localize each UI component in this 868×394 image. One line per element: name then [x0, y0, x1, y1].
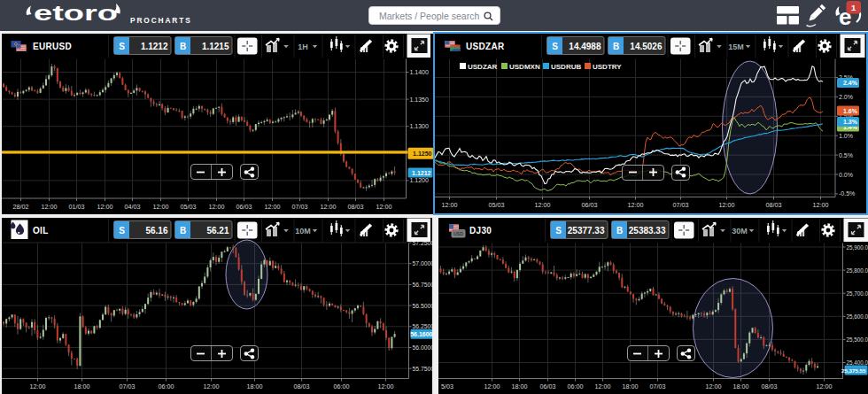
svg-text:12:00: 12:00 — [441, 201, 457, 209]
svg-text:0.5%: 0.5% — [839, 152, 853, 158]
svg-text:56.0000: 56.0000 — [412, 344, 432, 351]
svg-text:OIL: OIL — [33, 226, 49, 236]
svg-text:25,800.0: 25,800.0 — [846, 267, 868, 273]
svg-text:12:00: 12:00 — [705, 382, 721, 390]
svg-text:08/03: 08/03 — [293, 382, 309, 390]
svg-text:0.0%: 0.0% — [839, 172, 853, 178]
svg-text:USDZAR: USDZAR — [466, 42, 505, 51]
svg-text:14.5026: 14.5026 — [630, 42, 663, 51]
svg-text:12:00: 12:00 — [377, 382, 393, 390]
svg-text:14.4988: 14.4988 — [569, 42, 601, 51]
svg-text:57.0000: 57.0000 — [412, 260, 432, 267]
svg-text:12:00: 12:00 — [203, 382, 219, 390]
svg-text:USDZAR: USDZAR — [468, 63, 498, 71]
svg-text:25,375.55: 25,375.55 — [841, 367, 865, 373]
svg-text:18:00: 18:00 — [622, 382, 638, 390]
svg-text:1.1400: 1.1400 — [409, 69, 429, 75]
svg-text:12:00: 12:00 — [97, 202, 112, 210]
svg-text:18:00: 18:00 — [511, 382, 527, 390]
svg-text:56.16: 56.16 — [145, 225, 167, 235]
svg-text:1.1350: 1.1350 — [409, 96, 429, 102]
svg-text:08/03: 08/03 — [761, 382, 777, 390]
svg-text:25,500.0: 25,500.0 — [846, 336, 868, 342]
svg-text:56.7500: 56.7500 — [412, 281, 432, 287]
svg-text:18:00: 18:00 — [74, 382, 89, 390]
svg-text:1: 1 — [851, 3, 856, 12]
svg-text:56.5000: 56.5000 — [412, 302, 432, 308]
svg-text:07/03: 07/03 — [672, 201, 688, 209]
svg-text:06/03: 06/03 — [236, 202, 252, 210]
svg-text:56.2500: 56.2500 — [412, 323, 432, 329]
svg-text:10M: 10M — [295, 226, 311, 235]
svg-text:1.3%: 1.3% — [843, 119, 858, 125]
svg-text:25,700.0: 25,700.0 — [846, 290, 868, 296]
svg-text:25,400.0: 25,400.0 — [846, 359, 868, 366]
svg-text:18:00: 18:00 — [732, 382, 748, 390]
svg-text:5/03: 5/03 — [441, 382, 453, 390]
svg-text:1.1212: 1.1212 — [140, 41, 167, 50]
svg-text:08/03: 08/03 — [347, 202, 363, 210]
svg-text:1.1300: 1.1300 — [409, 123, 429, 129]
svg-text:S: S — [119, 41, 125, 50]
svg-text:12:00: 12:00 — [208, 202, 224, 210]
svg-text:12:00: 12:00 — [29, 382, 45, 390]
svg-text:2.0%: 2.0% — [839, 94, 853, 100]
svg-text:PROCHARTS: PROCHARTS — [130, 16, 192, 25]
svg-text:USD: USD — [453, 231, 463, 236]
svg-text:12:00: 12:00 — [264, 202, 280, 210]
svg-text:18:00: 18:00 — [246, 382, 262, 390]
svg-text:12:00: 12:00 — [718, 201, 734, 209]
svg-text:12:00: 12:00 — [627, 201, 643, 209]
svg-text:B: B — [616, 225, 622, 235]
svg-text:25377.33: 25377.33 — [567, 225, 604, 235]
svg-text:56.1600: 56.1600 — [410, 331, 432, 337]
svg-text:08/03: 08/03 — [765, 201, 781, 209]
svg-text:1.6%: 1.6% — [843, 108, 858, 114]
svg-text:12:00: 12:00 — [594, 382, 610, 390]
svg-text:S: S — [119, 225, 125, 235]
svg-text:07/03: 07/03 — [291, 202, 307, 210]
svg-text:EURUSD: EURUSD — [33, 42, 72, 51]
svg-text:12:00: 12:00 — [320, 202, 336, 210]
svg-text:06:00: 06:00 — [158, 382, 174, 390]
svg-text:07/03: 07/03 — [649, 382, 665, 390]
svg-text:12:00: 12:00 — [484, 382, 500, 390]
svg-text:1H: 1H — [298, 42, 308, 50]
svg-text:12:00: 12:00 — [152, 202, 168, 210]
svg-text:06:00: 06:00 — [333, 382, 349, 390]
svg-text:01/03: 01/03 — [68, 202, 84, 210]
svg-text:USDRUB: USDRUB — [551, 63, 581, 71]
svg-text:B: B — [179, 41, 185, 50]
svg-text:28/02: 28/02 — [12, 202, 28, 210]
svg-text:07/03: 07/03 — [119, 382, 135, 390]
svg-text:USDMXN: USDMXN — [509, 63, 540, 71]
svg-text:04/03: 04/03 — [124, 202, 140, 210]
svg-text:06/03: 06/03 — [539, 382, 555, 390]
svg-text:06:00: 06:00 — [567, 382, 583, 390]
svg-text:05/03: 05/03 — [180, 202, 196, 210]
svg-text:12:00: 12:00 — [816, 382, 832, 390]
svg-text:-0.5%: -0.5% — [839, 190, 855, 197]
svg-text:30M: 30M — [732, 226, 748, 235]
svg-text:1.1250: 1.1250 — [413, 151, 432, 157]
svg-text:B: B — [179, 225, 185, 235]
svg-text:25383.33: 25383.33 — [628, 225, 665, 235]
svg-text:1.1212: 1.1212 — [412, 169, 431, 175]
svg-text:15M: 15M — [728, 42, 744, 51]
svg-text:S: S — [552, 42, 558, 51]
svg-text:25,900.0: 25,900.0 — [846, 243, 868, 250]
svg-text:1.0%: 1.0% — [839, 133, 853, 139]
svg-text:55.7500: 55.7500 — [412, 365, 432, 371]
svg-text:USDTRY: USDTRY — [593, 63, 622, 71]
svg-text:DJ30: DJ30 — [469, 226, 492, 236]
svg-text:56.21: 56.21 — [206, 225, 229, 235]
svg-text:B: B — [612, 42, 618, 51]
svg-text:S: S — [555, 225, 562, 235]
svg-text:2.4%: 2.4% — [843, 80, 858, 86]
svg-text:1.1200: 1.1200 — [409, 177, 429, 183]
svg-text:12:00: 12:00 — [376, 202, 391, 210]
svg-text:25,600.0: 25,600.0 — [846, 313, 868, 319]
svg-text:1.1215: 1.1215 — [201, 41, 229, 50]
svg-text:etoro: etoro — [34, 3, 118, 25]
svg-text:05/03: 05/03 — [488, 201, 504, 209]
